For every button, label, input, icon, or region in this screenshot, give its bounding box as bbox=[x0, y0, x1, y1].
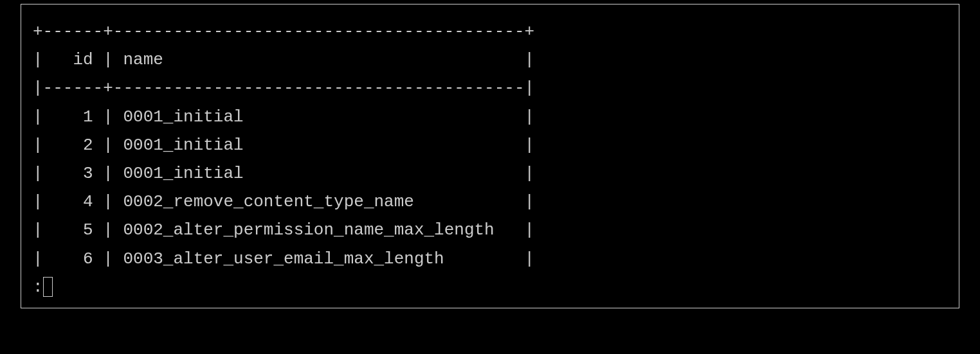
prompt-symbol: : bbox=[33, 273, 43, 301]
terminal-frame: +------+--------------------------------… bbox=[21, 4, 959, 308]
pager-prompt[interactable]: : bbox=[33, 273, 947, 301]
cursor-icon bbox=[43, 277, 53, 297]
db-table-output: +------+--------------------------------… bbox=[33, 17, 947, 273]
